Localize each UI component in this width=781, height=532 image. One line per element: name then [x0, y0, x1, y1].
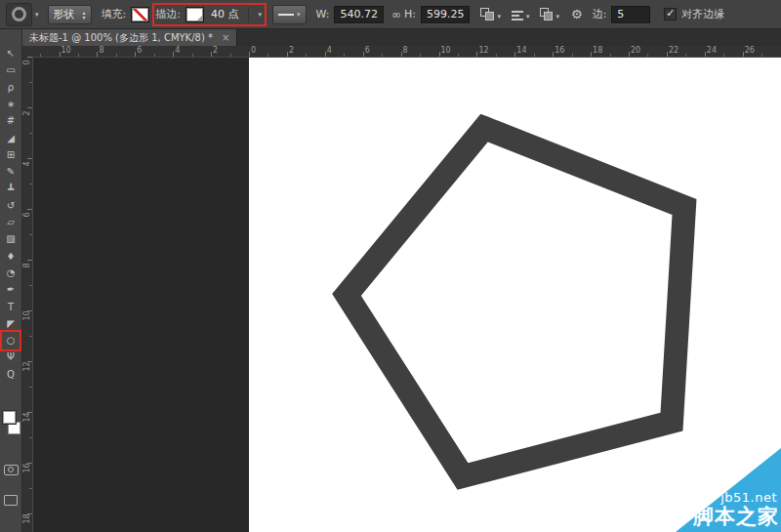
ruler-tick — [29, 336, 32, 337]
tool-preset-caret-icon[interactable]: ▾ — [35, 11, 39, 19]
stroke-width-caret-icon[interactable]: ▾ — [248, 7, 262, 22]
rectangular-marquee-tool-icon: ▭ — [6, 64, 15, 75]
pentagon-shape[interactable] — [347, 128, 684, 476]
ruler-label: 2 — [23, 109, 31, 118]
crop-tool[interactable]: # — [0, 112, 21, 129]
path-selection-tool[interactable]: ◤ — [0, 315, 21, 332]
ruler-tick — [591, 52, 592, 57]
sides-field[interactable]: 5 — [611, 6, 650, 23]
foreground-color-swatch[interactable] — [3, 411, 16, 424]
path-arrangement-button[interactable]: ▾ — [540, 8, 559, 20]
ruler-tick — [705, 52, 706, 57]
align-edges-checkbox[interactable]: ✓ — [664, 8, 677, 20]
clone-stamp-tool-icon: ┻ — [8, 184, 14, 194]
fill-label: 填充: — [102, 7, 127, 21]
ruler-tick — [29, 133, 32, 134]
history-brush-tool[interactable]: ↺ — [0, 197, 21, 214]
ruler-label: 4 — [175, 47, 180, 55]
quick-mask-button[interactable] — [4, 465, 19, 475]
ruler-tick — [40, 54, 41, 57]
document-tab-title: 未标题-1 @ 100% (多边形 1, CMYK/8) * — [29, 31, 213, 45]
lasso-tool[interactable]: ρ — [0, 79, 21, 96]
height-field[interactable]: 599.25 — [421, 6, 471, 23]
eyedropper-tool[interactable]: ◢ — [0, 129, 21, 145]
ruler-tick — [173, 52, 174, 57]
ruler-tick — [629, 52, 630, 57]
ruler-label: 4 — [23, 160, 31, 169]
ruler-tick — [553, 52, 554, 57]
tool-mode-dropdown[interactable]: 形状 ▴▾ — [48, 5, 92, 24]
shape-tool[interactable]: ○ — [0, 332, 21, 348]
document-tab[interactable]: 未标题-1 @ 100% (多边形 1, CMYK/8) * × — [22, 29, 237, 46]
width-label: W: — [316, 8, 330, 20]
stroke-style-dropdown[interactable]: ▾ — [272, 5, 307, 24]
ruler-tick — [211, 52, 212, 57]
ruler-tick — [572, 54, 573, 57]
stroke-style-caret-icon: ▾ — [297, 11, 301, 19]
zoom-tool[interactable]: Q — [0, 366, 21, 383]
tab-close-icon[interactable]: × — [222, 32, 229, 43]
ruler-tick — [667, 52, 668, 57]
ruler-label: 10 — [23, 312, 31, 321]
healing-brush-tool[interactable]: ⊞ — [0, 146, 21, 163]
type-tool[interactable]: T — [0, 298, 21, 314]
path-alignment-caret-icon: ▾ — [526, 13, 530, 20]
v-ruler[interactable]: 024681012141618 — [22, 57, 33, 532]
path-operations-icon — [480, 8, 494, 20]
tools-panel: ↖▭ρ∗#◢⊞✎┻↺▱▨♦◔✒T◤○ΨQ — [0, 29, 22, 532]
ruler-tick — [743, 52, 744, 57]
gear-icon[interactable]: ⚙ — [571, 7, 583, 21]
tool-preset-button[interactable] — [6, 3, 32, 26]
ruler-tick — [439, 52, 440, 57]
ruler-tick — [192, 54, 193, 57]
link-dimensions-icon[interactable]: ∞ — [391, 8, 401, 21]
brush-tool-icon: ✎ — [7, 166, 15, 177]
move-tool[interactable]: ↖ — [0, 45, 21, 61]
ruler-label: 20 — [631, 47, 640, 55]
dodge-tool[interactable]: ◔ — [0, 265, 21, 281]
tab-bar: 未标题-1 @ 100% (多边形 1, CMYK/8) * × — [22, 29, 781, 46]
ruler-tick — [534, 54, 535, 57]
ruler-tick — [29, 82, 32, 83]
path-operations-button[interactable]: ▾ — [480, 8, 501, 20]
gradient-tool[interactable]: ▨ — [0, 230, 21, 247]
stroke-swatch[interactable] — [185, 7, 204, 22]
ruler-tick — [287, 52, 288, 57]
path-alignment-button[interactable]: ▾ — [512, 9, 530, 20]
ruler-tick — [29, 488, 32, 489]
ruler-tick — [363, 52, 364, 57]
screen-mode-button[interactable] — [4, 495, 18, 506]
ruler-label: 18 — [593, 47, 602, 55]
ruler-label: 8 — [403, 47, 408, 55]
quick-mask-icon — [8, 467, 14, 472]
ruler-label: 8 — [99, 47, 103, 55]
pen-tool-icon: ✒ — [7, 284, 15, 295]
brush-tool[interactable]: ✎ — [0, 163, 21, 180]
tool-list: ↖▭ρ∗#◢⊞✎┻↺▱▨♦◔✒T◤○ΨQ — [0, 45, 21, 383]
align-edges-label: 对齐边缘 — [681, 7, 724, 21]
dodge-tool-icon: ◔ — [7, 267, 16, 278]
fill-swatch[interactable] — [131, 7, 149, 22]
shape-tool-icon: ○ — [7, 335, 16, 346]
hand-tool[interactable]: Ψ — [0, 348, 21, 365]
rectangular-marquee-tool[interactable]: ▭ — [0, 61, 21, 78]
crop-tool-icon: # — [7, 115, 15, 126]
h-ruler[interactable]: 10864202468101214161820222426 — [32, 46, 781, 58]
ruler-tick — [514, 52, 515, 57]
quick-selection-tool[interactable]: ∗ — [0, 96, 21, 112]
ruler-tick — [476, 52, 477, 57]
eraser-tool-icon: ▱ — [7, 217, 15, 227]
path-arrangement-caret-icon: ▾ — [555, 13, 559, 20]
path-alignment-icon — [512, 9, 523, 20]
clone-stamp-tool[interactable]: ┻ — [0, 180, 21, 196]
width-field[interactable]: 540.72 — [334, 6, 384, 23]
ruler-tick — [325, 52, 326, 57]
ruler-label: 16 — [23, 465, 31, 473]
pen-tool[interactable]: ✒ — [0, 281, 21, 298]
stroke-width-value[interactable]: 40 点 — [211, 7, 239, 21]
eraser-tool[interactable]: ▱ — [0, 214, 21, 230]
blur-tool[interactable]: ♦ — [0, 248, 21, 265]
ruler-label: 12 — [478, 47, 488, 55]
ruler-tick — [230, 54, 231, 57]
stroke-label: 描边: — [155, 7, 181, 21]
